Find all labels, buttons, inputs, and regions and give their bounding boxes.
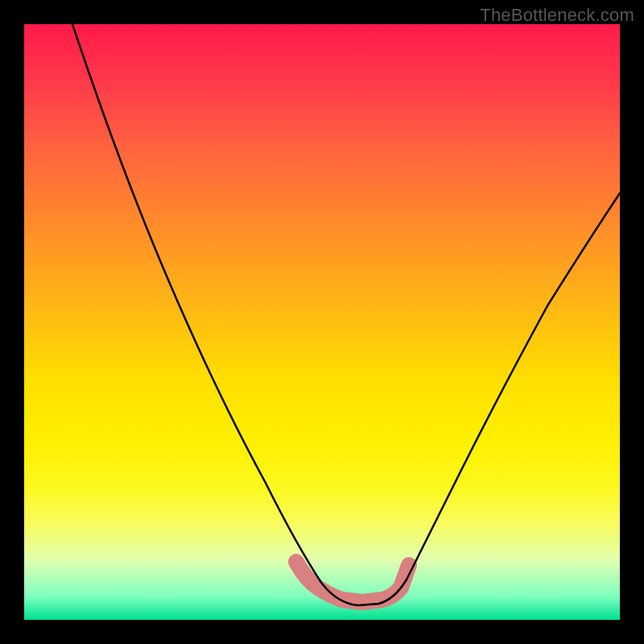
plot-area <box>24 24 620 620</box>
chart-frame: TheBottleneck.com <box>0 0 644 644</box>
curve-layer <box>24 24 620 620</box>
watermark-text: TheBottleneck.com <box>480 5 634 26</box>
bottleneck-curve-path <box>72 24 620 605</box>
